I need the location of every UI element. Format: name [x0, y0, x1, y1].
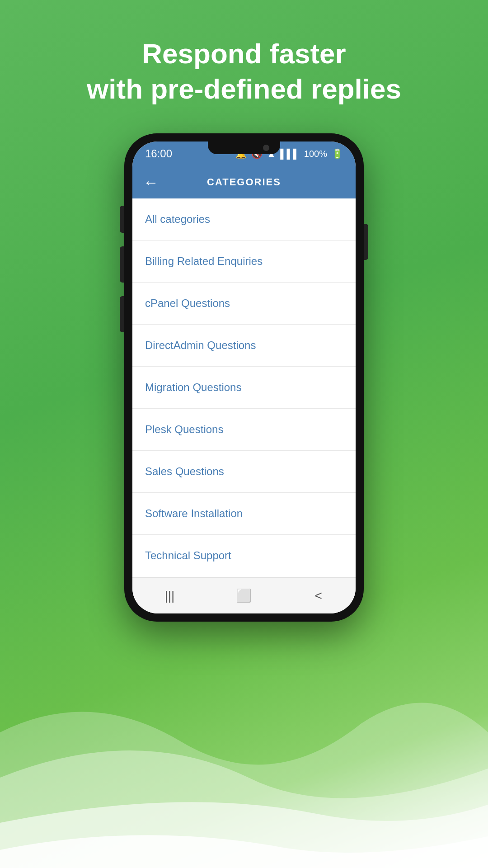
category-label: Sales Questions	[145, 465, 224, 477]
recent-apps-button[interactable]: |||	[156, 582, 183, 609]
category-label: cPanel Questions	[145, 297, 230, 309]
categories-list: All categoriesBilling Related Enquiriesc…	[132, 198, 356, 577]
hero-line2: with pre-defined replies	[87, 73, 401, 104]
list-item[interactable]: Sales Questions	[132, 451, 356, 493]
volume-up-button	[120, 206, 124, 233]
bixby-button	[120, 296, 124, 332]
category-label: Billing Related Enquiries	[145, 255, 263, 267]
back-button[interactable]: ←	[143, 175, 159, 190]
front-camera	[263, 145, 269, 151]
hero-section: Respond faster with pre-defined replies	[87, 36, 401, 106]
category-label: Software Installation	[145, 507, 243, 519]
list-item[interactable]: Software Installation	[132, 493, 356, 535]
category-label: DirectAdmin Questions	[145, 339, 256, 351]
list-item[interactable]: Technical Support	[132, 535, 356, 576]
volume-down-button	[120, 246, 124, 283]
phone-mockup: 16:00 🔔 🔇 ▲ ▌▌▌ 100% 🔋 ← CATEGORIES All …	[124, 133, 364, 622]
hero-line1: Respond faster	[142, 38, 346, 69]
category-label: Technical Support	[145, 549, 231, 561]
category-label: Plesk Questions	[145, 423, 223, 435]
notch	[208, 142, 280, 154]
list-item[interactable]: Billing Related Enquiries	[132, 241, 356, 283]
app-bar-title: CATEGORIES	[207, 176, 281, 188]
status-time: 16:00	[145, 147, 172, 160]
battery-text: 100%	[304, 149, 327, 159]
app-bar: ← CATEGORIES	[132, 166, 356, 198]
signal-icon: ▌▌▌	[280, 149, 300, 159]
home-button[interactable]: ⬜	[230, 582, 258, 609]
list-item[interactable]: cPanel Questions	[132, 283, 356, 325]
phone-screen: 16:00 🔔 🔇 ▲ ▌▌▌ 100% 🔋 ← CATEGORIES All …	[132, 142, 356, 613]
back-nav-button[interactable]: <	[305, 582, 332, 609]
list-item[interactable]: Migration Questions	[132, 367, 356, 409]
power-button	[364, 224, 368, 260]
battery-icon: 🔋	[332, 148, 343, 159]
bottom-nav: ||| ⬜ <	[132, 577, 356, 613]
list-item[interactable]: All categories	[132, 198, 356, 241]
list-item[interactable]: Plesk Questions	[132, 409, 356, 451]
category-label: All categories	[145, 213, 210, 225]
category-label: Migration Questions	[145, 381, 241, 393]
list-item[interactable]: DirectAdmin Questions	[132, 325, 356, 367]
